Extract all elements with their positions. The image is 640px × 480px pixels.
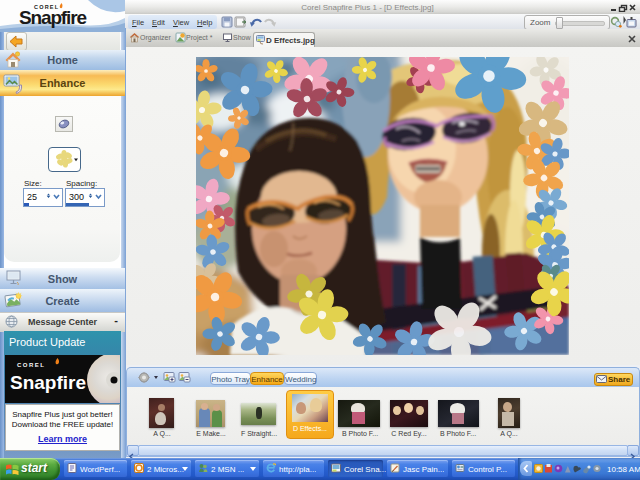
svg-text:COREL: COREL [17, 362, 46, 368]
svg-text:Snapfire: Snapfire [19, 7, 87, 28]
svg-text:Snapfire: Snapfire [10, 372, 86, 393]
